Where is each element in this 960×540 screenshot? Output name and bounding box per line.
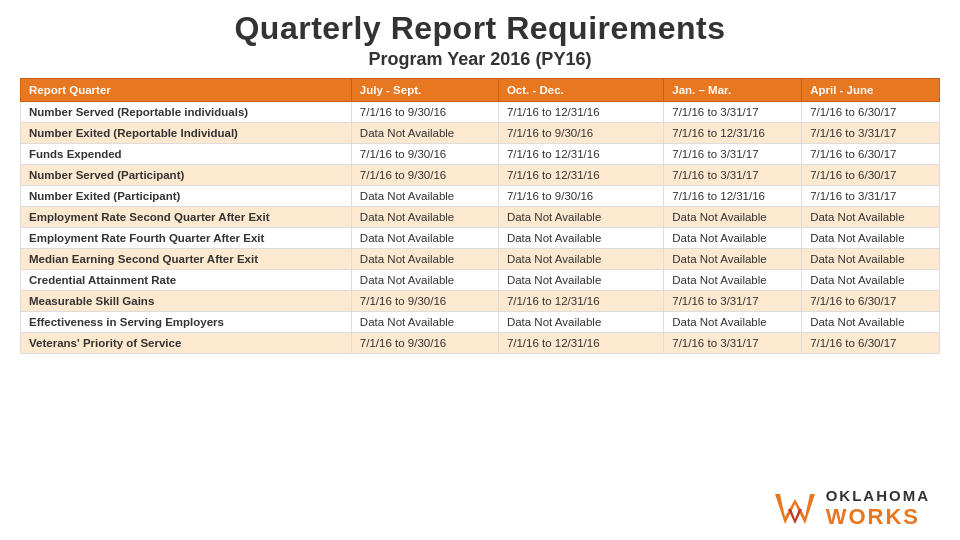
cell-3-q1: 7/1/16 to 9/30/16 xyxy=(351,165,498,186)
cell-3-label: Number Served (Participant) xyxy=(21,165,352,186)
col-header-q1: July - Sept. xyxy=(351,79,498,102)
table-row: Number Exited (Participant)Data Not Avai… xyxy=(21,186,940,207)
cell-1-q4: 7/1/16 to 3/31/17 xyxy=(802,123,940,144)
page: Quarterly Report Requirements Program Ye… xyxy=(0,0,960,540)
requirements-table: Report Quarter July - Sept. Oct. - Dec. … xyxy=(20,78,940,354)
cell-4-q1: Data Not Available xyxy=(351,186,498,207)
col-header-q2: Oct. - Dec. xyxy=(498,79,663,102)
table-row: Employment Rate Second Quarter After Exi… xyxy=(21,207,940,228)
sub-title: Program Year 2016 (PY16) xyxy=(369,49,592,70)
cell-1-q2: 7/1/16 to 9/30/16 xyxy=(498,123,663,144)
cell-2-q4: 7/1/16 to 6/30/17 xyxy=(802,144,940,165)
cell-5-q3: Data Not Available xyxy=(664,207,802,228)
cell-0-q1: 7/1/16 to 9/30/16 xyxy=(351,102,498,123)
table-container: Report Quarter July - Sept. Oct. - Dec. … xyxy=(20,78,940,483)
cell-5-label: Employment Rate Second Quarter After Exi… xyxy=(21,207,352,228)
cell-7-q2: Data Not Available xyxy=(498,249,663,270)
cell-10-q4: Data Not Available xyxy=(802,312,940,333)
cell-0-q2: 7/1/16 to 12/31/16 xyxy=(498,102,663,123)
oklahoma-works-icon xyxy=(770,489,820,529)
table-row: Credential Attainment RateData Not Avail… xyxy=(21,270,940,291)
logo-oklahoma: OKLAHOMA xyxy=(826,487,930,504)
logo-works: WORKS xyxy=(826,504,930,530)
cell-0-q3: 7/1/16 to 3/31/17 xyxy=(664,102,802,123)
cell-1-q1: Data Not Available xyxy=(351,123,498,144)
cell-9-q1: 7/1/16 to 9/30/16 xyxy=(351,291,498,312)
cell-3-q2: 7/1/16 to 12/31/16 xyxy=(498,165,663,186)
table-row: Number Served (Reportable individuals)7/… xyxy=(21,102,940,123)
cell-10-q1: Data Not Available xyxy=(351,312,498,333)
table-row: Number Served (Participant)7/1/16 to 9/3… xyxy=(21,165,940,186)
cell-4-q2: 7/1/16 to 9/30/16 xyxy=(498,186,663,207)
cell-6-q2: Data Not Available xyxy=(498,228,663,249)
cell-3-q3: 7/1/16 to 3/31/17 xyxy=(664,165,802,186)
cell-10-q3: Data Not Available xyxy=(664,312,802,333)
cell-7-label: Median Earning Second Quarter After Exit xyxy=(21,249,352,270)
cell-5-q1: Data Not Available xyxy=(351,207,498,228)
cell-7-q1: Data Not Available xyxy=(351,249,498,270)
cell-0-label: Number Served (Reportable individuals) xyxy=(21,102,352,123)
cell-11-q1: 7/1/16 to 9/30/16 xyxy=(351,333,498,354)
cell-9-q4: 7/1/16 to 6/30/17 xyxy=(802,291,940,312)
cell-8-q2: Data Not Available xyxy=(498,270,663,291)
svg-marker-1 xyxy=(788,509,802,524)
table-row: Measurable Skill Gains7/1/16 to 9/30/167… xyxy=(21,291,940,312)
cell-6-q3: Data Not Available xyxy=(664,228,802,249)
cell-4-q4: 7/1/16 to 3/31/17 xyxy=(802,186,940,207)
cell-2-q2: 7/1/16 to 12/31/16 xyxy=(498,144,663,165)
cell-2-q3: 7/1/16 to 3/31/17 xyxy=(664,144,802,165)
cell-11-q4: 7/1/16 to 6/30/17 xyxy=(802,333,940,354)
cell-11-q2: 7/1/16 to 12/31/16 xyxy=(498,333,663,354)
table-row: Veterans' Priority of Service7/1/16 to 9… xyxy=(21,333,940,354)
cell-1-q3: 7/1/16 to 12/31/16 xyxy=(664,123,802,144)
table-row: Funds Expended7/1/16 to 9/30/167/1/16 to… xyxy=(21,144,940,165)
cell-8-q1: Data Not Available xyxy=(351,270,498,291)
cell-11-q3: 7/1/16 to 3/31/17 xyxy=(664,333,802,354)
cell-9-label: Measurable Skill Gains xyxy=(21,291,352,312)
cell-5-q4: Data Not Available xyxy=(802,207,940,228)
col-header-q3: Jan. – Mar. xyxy=(664,79,802,102)
table-row: Employment Rate Fourth Quarter After Exi… xyxy=(21,228,940,249)
cell-8-q4: Data Not Available xyxy=(802,270,940,291)
table-row: Median Earning Second Quarter After Exit… xyxy=(21,249,940,270)
cell-11-label: Veterans' Priority of Service xyxy=(21,333,352,354)
cell-3-q4: 7/1/16 to 6/30/17 xyxy=(802,165,940,186)
cell-6-label: Employment Rate Fourth Quarter After Exi… xyxy=(21,228,352,249)
cell-0-q4: 7/1/16 to 6/30/17 xyxy=(802,102,940,123)
cell-2-q1: 7/1/16 to 9/30/16 xyxy=(351,144,498,165)
col-header-q4: April - June xyxy=(802,79,940,102)
cell-10-q2: Data Not Available xyxy=(498,312,663,333)
cell-10-label: Effectiveness in Serving Employers xyxy=(21,312,352,333)
cell-6-q4: Data Not Available xyxy=(802,228,940,249)
table-body: Number Served (Reportable individuals)7/… xyxy=(21,102,940,354)
logo-text: OKLAHOMA WORKS xyxy=(826,487,930,530)
cell-9-q2: 7/1/16 to 12/31/16 xyxy=(498,291,663,312)
cell-7-q4: Data Not Available xyxy=(802,249,940,270)
bottom-area: OKLAHOMA WORKS xyxy=(20,483,940,530)
cell-1-label: Number Exited (Reportable Individual) xyxy=(21,123,352,144)
table-row: Effectiveness in Serving EmployersData N… xyxy=(21,312,940,333)
table-header-row: Report Quarter July - Sept. Oct. - Dec. … xyxy=(21,79,940,102)
col-header-label: Report Quarter xyxy=(21,79,352,102)
cell-2-label: Funds Expended xyxy=(21,144,352,165)
cell-4-label: Number Exited (Participant) xyxy=(21,186,352,207)
cell-6-q1: Data Not Available xyxy=(351,228,498,249)
cell-8-q3: Data Not Available xyxy=(664,270,802,291)
logo-area: OKLAHOMA WORKS xyxy=(770,487,930,530)
cell-4-q3: 7/1/16 to 12/31/16 xyxy=(664,186,802,207)
table-row: Number Exited (Reportable Individual)Dat… xyxy=(21,123,940,144)
cell-7-q3: Data Not Available xyxy=(664,249,802,270)
cell-5-q2: Data Not Available xyxy=(498,207,663,228)
main-title: Quarterly Report Requirements xyxy=(234,10,725,47)
cell-9-q3: 7/1/16 to 3/31/17 xyxy=(664,291,802,312)
cell-8-label: Credential Attainment Rate xyxy=(21,270,352,291)
